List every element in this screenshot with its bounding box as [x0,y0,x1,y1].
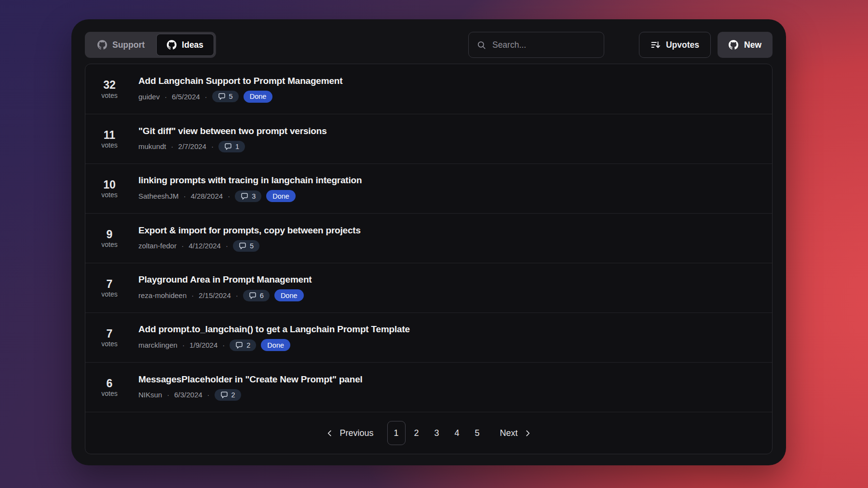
idea-meta: zoltan-fedor · 4/12/2024 · 5 [138,240,361,252]
meta-separator: · [211,142,214,150]
vote-count: 32 [95,79,123,91]
github-icon [97,40,107,50]
comment-icon [224,143,232,150]
pagination: Previous 12345 Next [85,412,772,454]
vote-count: 7 [95,327,123,340]
feedback-board-panel: Support Ideas Upvotes [71,19,786,465]
github-icon [167,40,176,50]
idea-content: MessagesPlaceholder in "Create New Promp… [138,374,363,401]
idea-meta: marcklingen · 1/9/2024 · 2 Done [138,339,410,351]
next-page-button[interactable]: Next [497,423,534,443]
comment-count: 1 [235,143,239,150]
vote-count: 11 [95,129,123,141]
comment-count: 5 [229,93,233,100]
idea-title[interactable]: Add Langchain Support to Prompt Manageme… [138,76,342,86]
idea-row[interactable]: 7 votes Add prompt.to_langchain() to get… [85,312,772,362]
comment-count: 6 [260,292,264,299]
idea-content: Add prompt.to_langchain() to get a Langc… [138,324,410,351]
comment-count-badge[interactable]: 6 [243,290,270,301]
page-number-button[interactable]: 4 [448,421,466,445]
comment-icon [239,242,246,250]
idea-rows: 32 votes Add Langchain Support to Prompt… [85,64,772,412]
idea-date: 4/12/2024 [189,242,221,250]
idea-date: 4/28/2024 [190,192,223,200]
search-field[interactable] [468,32,604,58]
chevron-left-icon [326,430,333,437]
idea-author: zoltan-fedor [138,242,176,250]
page-number-button[interactable]: 1 [387,421,406,445]
idea-content: "Git diff" view between two prompt versi… [138,126,327,152]
search-input[interactable] [492,40,596,50]
idea-title[interactable]: "Git diff" view between two prompt versi… [138,126,327,136]
sort-upvotes-label: Upvotes [666,40,699,50]
github-icon [729,40,738,50]
page-number-button[interactable]: 2 [407,421,426,445]
comment-count-badge[interactable]: 1 [218,141,245,152]
sort-upvotes-button[interactable]: Upvotes [639,32,711,58]
vote-count: 9 [95,228,123,241]
idea-author: NIKsun [138,391,162,399]
votes-label: votes [95,92,123,99]
meta-separator: · [226,242,228,250]
done-badge: Done [266,190,296,202]
tab-ideas[interactable]: Ideas [156,34,214,56]
idea-row[interactable]: 6 votes MessagesPlaceholder in "Create N… [85,362,772,412]
vote-block: 7 votes [95,327,123,348]
idea-author: guidev [138,93,160,101]
idea-author: mukundt [138,142,166,150]
idea-title[interactable]: Playground Area in Prompt Management [138,274,312,285]
vote-count: 7 [95,278,123,290]
meta-separator: · [222,341,225,349]
idea-content: Export & import for prompts, copy betwee… [138,225,361,252]
vote-count: 10 [95,178,123,191]
toolbar-actions: Upvotes New [468,32,773,58]
done-badge: Done [274,289,304,301]
meta-separator: · [228,192,230,200]
toolbar: Support Ideas Upvotes [85,32,773,58]
vote-block: 32 votes [95,79,123,99]
comment-count: 3 [252,192,256,200]
idea-author: marcklingen [138,341,177,349]
tab-support[interactable]: Support [87,34,155,56]
idea-row[interactable]: 11 votes "Git diff" view between two pro… [85,114,772,163]
idea-title[interactable]: Add prompt.to_langchain() to get a Langc… [138,324,410,335]
idea-row[interactable]: 10 votes linking prompts with tracing in… [85,163,772,213]
comment-count-badge[interactable]: 2 [230,339,256,351]
comment-icon [249,292,257,299]
page-number-button[interactable]: 5 [468,421,487,445]
comment-count: 2 [246,341,250,349]
votes-label: votes [95,191,123,199]
comment-count-badge[interactable]: 2 [215,389,241,401]
idea-row[interactable]: 7 votes Playground Area in Prompt Manage… [85,263,772,312]
chevron-right-icon [524,430,531,437]
idea-title[interactable]: Export & import for prompts, copy betwee… [138,225,361,236]
comment-icon [241,192,248,200]
meta-separator: · [205,93,207,101]
comment-icon [220,391,228,399]
votes-label: votes [95,141,123,149]
comment-count-badge[interactable]: 3 [235,190,261,202]
page-number-button[interactable]: 3 [428,421,446,445]
idea-row[interactable]: 32 votes Add Langchain Support to Prompt… [85,64,772,114]
new-idea-button[interactable]: New [718,32,773,58]
idea-date: 6/5/2024 [172,93,200,101]
comment-count-badge[interactable]: 5 [212,91,239,102]
idea-date: 2/15/2024 [199,291,231,299]
votes-label: votes [95,290,123,298]
idea-date: 6/3/2024 [174,391,202,399]
meta-separator: · [191,291,194,299]
idea-content: linking prompts with tracing in langchai… [138,175,362,202]
idea-title[interactable]: linking prompts with tracing in langchai… [138,175,362,186]
vote-block: 7 votes [95,278,123,298]
meta-separator: · [207,391,210,399]
vote-block: 6 votes [95,377,123,397]
comment-count-badge[interactable]: 5 [233,240,259,252]
idea-meta: SatheeshJM · 4/28/2024 · 3 Done [138,190,362,202]
idea-title[interactable]: MessagesPlaceholder in "Create New Promp… [138,374,363,385]
idea-row[interactable]: 9 votes Export & import for prompts, cop… [85,213,772,263]
meta-separator: · [236,291,238,299]
comment-count: 2 [231,391,235,399]
vote-count: 6 [95,377,123,390]
previous-page-button[interactable]: Previous [323,423,376,443]
new-idea-label: New [744,40,761,50]
